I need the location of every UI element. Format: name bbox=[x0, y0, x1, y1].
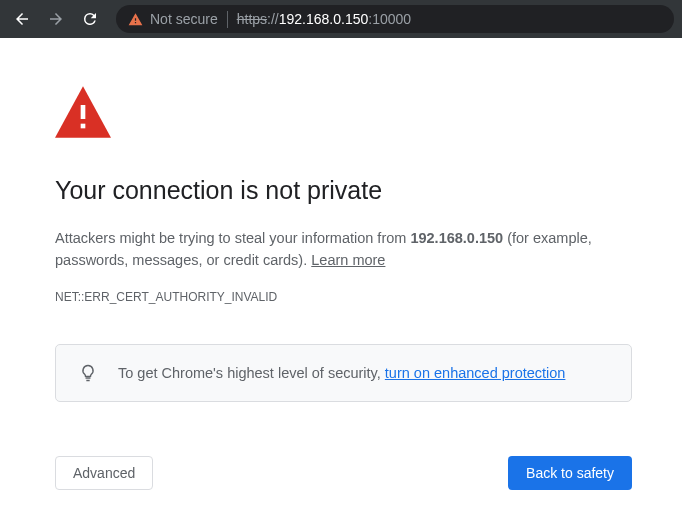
reload-icon bbox=[81, 10, 99, 28]
warning-host: 192.168.0.150 bbox=[410, 230, 503, 246]
address-bar[interactable]: Not secure https://192.168.0.150:10000 bbox=[116, 5, 674, 33]
warning-large-icon bbox=[55, 86, 111, 138]
arrow-left-icon bbox=[13, 10, 31, 28]
error-code: NET::ERR_CERT_AUTHORITY_INVALID bbox=[55, 290, 632, 304]
svg-rect-1 bbox=[81, 124, 86, 129]
warning-triangle-icon bbox=[128, 12, 143, 27]
url-text: https://192.168.0.150:10000 bbox=[237, 11, 411, 27]
browser-toolbar: Not secure https://192.168.0.150:10000 bbox=[0, 0, 682, 38]
url-scheme: https bbox=[237, 11, 267, 27]
warning-description: Attackers might be trying to steal your … bbox=[55, 227, 632, 272]
forward-button[interactable] bbox=[42, 5, 70, 33]
reload-button[interactable] bbox=[76, 5, 104, 33]
lightbulb-icon bbox=[78, 363, 98, 383]
advanced-button[interactable]: Advanced bbox=[55, 456, 153, 490]
url-port: :10000 bbox=[368, 11, 411, 27]
promo-text: To get Chrome's highest level of securit… bbox=[118, 365, 565, 381]
button-row: Advanced Back to safety bbox=[55, 456, 632, 490]
svg-rect-0 bbox=[81, 105, 86, 119]
omnibox-divider bbox=[227, 11, 228, 28]
learn-more-link[interactable]: Learn more bbox=[311, 252, 385, 268]
arrow-right-icon bbox=[47, 10, 65, 28]
enhanced-protection-link[interactable]: turn on enhanced protection bbox=[385, 365, 566, 381]
enhanced-protection-promo: To get Chrome's highest level of securit… bbox=[55, 344, 632, 402]
page-title: Your connection is not private bbox=[55, 176, 632, 205]
security-chip[interactable]: Not secure bbox=[128, 11, 218, 27]
ssl-error-page: Your connection is not private Attackers… bbox=[0, 38, 682, 490]
back-button[interactable] bbox=[8, 5, 36, 33]
back-to-safety-button[interactable]: Back to safety bbox=[508, 456, 632, 490]
url-host: 192.168.0.150 bbox=[279, 11, 369, 27]
security-label: Not secure bbox=[150, 11, 218, 27]
